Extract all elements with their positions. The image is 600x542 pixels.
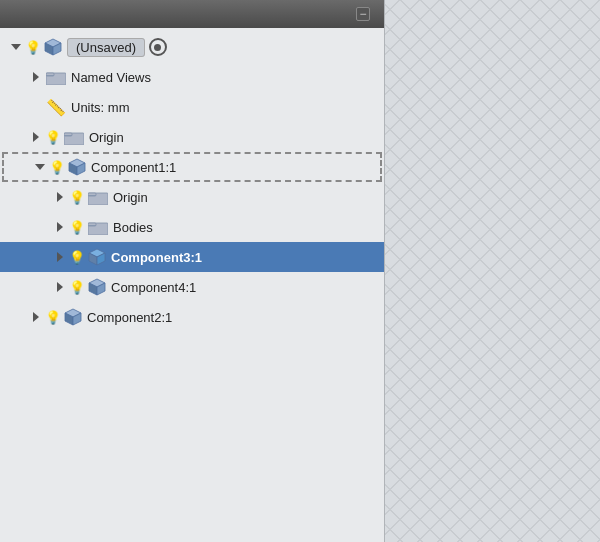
row-label-origin-top: Origin — [89, 130, 124, 145]
tree-row-units[interactable]: 📏Units: mm — [0, 92, 384, 122]
svg-rect-17 — [88, 225, 96, 226]
svg-rect-5 — [46, 75, 54, 76]
expander-component3[interactable] — [52, 249, 68, 265]
component-icon — [88, 278, 106, 296]
row-label-bodies: Bodies — [113, 220, 153, 235]
row-label-component3: Component3:1 — [111, 250, 202, 265]
header-icons — [356, 7, 376, 21]
component-icon — [88, 248, 106, 266]
component-icon — [64, 308, 82, 326]
tree-row-component2[interactable]: 💡 Component2:1 — [0, 302, 384, 332]
tree-row-bodies[interactable]: 💡 Bodies — [0, 212, 384, 242]
tree-row-origin-top[interactable]: 💡 Origin — [0, 122, 384, 152]
tree-row-unsaved[interactable]: 💡 (Unsaved) — [0, 32, 384, 62]
row-label-component4: Component4:1 — [111, 280, 196, 295]
tree-row-component4[interactable]: 💡 Component4:1 — [0, 272, 384, 302]
tree-row-named-views[interactable]: Named Views — [0, 62, 384, 92]
bulb-icon: 💡 — [48, 158, 66, 176]
expander-origin-inner[interactable] — [52, 189, 68, 205]
bulb-icon: 💡 — [44, 308, 62, 326]
folder-icon — [46, 69, 66, 85]
expander-named-views[interactable] — [28, 69, 44, 85]
component-icon — [44, 38, 62, 56]
folder-icon — [88, 189, 108, 205]
expander-bodies[interactable] — [52, 219, 68, 235]
ruler-icon: 📏 — [46, 99, 66, 115]
expander-component1[interactable] — [32, 159, 48, 175]
row-label-origin-inner: Origin — [113, 190, 148, 205]
browser-panel: 💡 (Unsaved) Named Views📏Units: mm💡 Origi… — [0, 0, 385, 542]
folder-icon — [88, 219, 108, 235]
svg-rect-14 — [88, 195, 96, 196]
row-label-unsaved: (Unsaved) — [67, 40, 145, 55]
component-icon — [68, 158, 86, 176]
row-label-named-views: Named Views — [71, 70, 151, 85]
folder-icon — [64, 129, 84, 145]
bulb-icon: 💡 — [68, 278, 86, 296]
record-icon[interactable] — [149, 38, 167, 56]
minimize-button[interactable] — [356, 7, 370, 21]
tree-row-component1[interactable]: 💡 Component1:1 — [2, 152, 382, 182]
tree-row-component3[interactable]: 💡 Component3:1 — [0, 242, 384, 272]
bulb-icon: 💡 — [24, 38, 42, 56]
bulb-icon: 💡 — [68, 188, 86, 206]
row-label-units: Units: mm — [71, 100, 130, 115]
bulb-icon: 💡 — [68, 218, 86, 236]
svg-rect-8 — [64, 135, 72, 136]
bulb-icon: 💡 — [44, 128, 62, 146]
expander-component2[interactable] — [28, 309, 44, 325]
panel-header — [0, 0, 384, 28]
expander-component4[interactable] — [52, 279, 68, 295]
row-label-component1: Component1:1 — [91, 160, 176, 175]
browser-tree: 💡 (Unsaved) Named Views📏Units: mm💡 Origi… — [0, 28, 384, 336]
expander-unsaved[interactable] — [8, 39, 24, 55]
tree-row-origin-inner[interactable]: 💡 Origin — [0, 182, 384, 212]
row-label-component2: Component2:1 — [87, 310, 172, 325]
expander-origin-top[interactable] — [28, 129, 44, 145]
bulb-icon: 💡 — [68, 248, 86, 266]
